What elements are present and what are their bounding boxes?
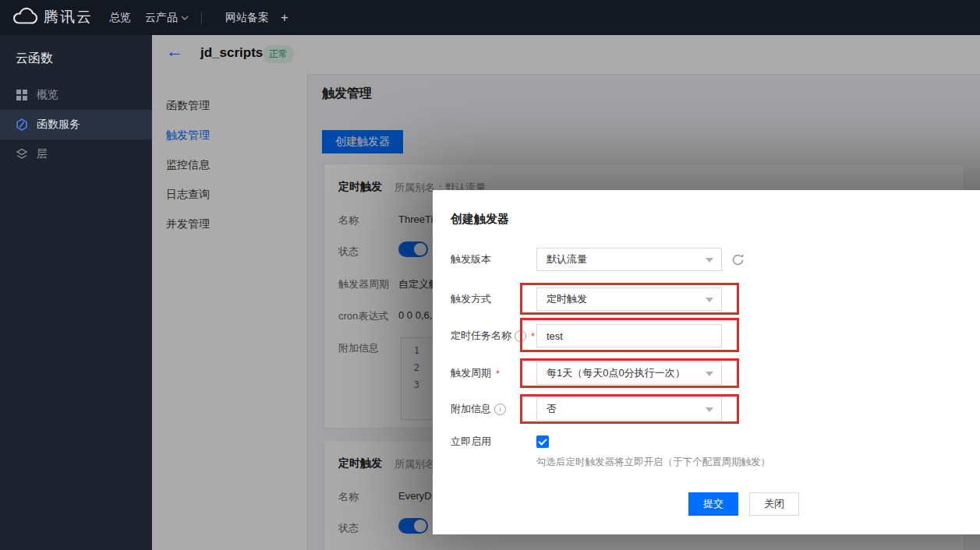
chevron-down-icon (706, 407, 713, 412)
chevron-down-icon (706, 298, 713, 302)
trigger-period-value: 每1天（每天0点0分执行一次） (547, 366, 685, 380)
function-service-icon (16, 118, 28, 131)
label-enable-now: 立即启用 (451, 430, 491, 453)
sidebar-item-overview[interactable]: 概览 (0, 80, 152, 110)
trigger-version-select[interactable]: 默认流量 (536, 248, 722, 271)
nav-item-cloud-products[interactable]: 云产品 (145, 0, 178, 35)
info-icon: i (494, 404, 506, 415)
chevron-down-icon (181, 16, 189, 20)
grid-icon (16, 89, 28, 101)
nav-item-icp-filing[interactable]: 网站备案 (225, 0, 269, 35)
extra-info-value: 否 (547, 402, 557, 416)
label-trigger-method: 触发方式 (451, 287, 491, 311)
brand-logo[interactable]: 腾讯云 (11, 7, 93, 27)
trigger-version-value: 默认流量 (547, 252, 587, 266)
close-button[interactable]: 关闭 (749, 492, 799, 516)
nav-divider (201, 12, 202, 24)
task-name-input[interactable] (536, 324, 722, 347)
sidebar-item-label: 函数服务 (37, 118, 80, 132)
label-task-name: 定时任务名称 i * (451, 324, 535, 347)
info-icon: i (515, 330, 526, 342)
refresh-icon[interactable] (731, 253, 745, 266)
sidebar-item-label: 概览 (37, 88, 58, 102)
sidebar-item-layers[interactable]: 层 (0, 139, 152, 169)
nav-item-overview[interactable]: 总览 (109, 0, 131, 35)
sidebar-item-label: 层 (37, 147, 48, 161)
app-root: 腾讯云 总览 云产品 网站备案 + 云函数 概览 函数服务 (0, 0, 980, 550)
create-trigger-modal: 创建触发器 触发版本 默认流量 触发方式 定时触发 定时任务名称 i * 触发周 (433, 190, 980, 534)
top-navbar: 腾讯云 总览 云产品 网站备案 + (0, 0, 980, 35)
label-extra-info: 附加信息 i (451, 397, 506, 421)
enable-now-help: 勾选后定时触发器将立即开启（于下个配置周期触发） (536, 456, 770, 469)
required-asterisk: * (531, 330, 535, 342)
trigger-method-select[interactable]: 定时触发 (536, 287, 722, 311)
extra-info-select[interactable]: 否 (536, 397, 722, 421)
cloud-logo-icon (11, 7, 37, 27)
required-asterisk: * (496, 368, 500, 379)
product-title: 云函数 (16, 51, 53, 67)
enable-now-checkbox[interactable] (536, 435, 549, 448)
chevron-down-icon (706, 372, 713, 376)
label-trigger-period: 触发周期 * (451, 361, 500, 385)
nav-add-tab-button[interactable]: + (281, 0, 288, 35)
chevron-down-icon (706, 258, 713, 263)
left-sidebar: 云函数 概览 函数服务 层 (0, 35, 152, 550)
sidebar-item-function-service[interactable]: 函数服务 (0, 110, 152, 139)
layers-icon (16, 148, 28, 160)
label-trigger-version: 触发版本 (451, 248, 491, 271)
modal-title: 创建触发器 (451, 212, 509, 227)
trigger-method-value: 定时触发 (547, 292, 587, 306)
brand-name: 腾讯云 (44, 7, 93, 27)
trigger-period-select[interactable]: 每1天（每天0点0分执行一次） (536, 361, 722, 385)
submit-button[interactable]: 提交 (688, 492, 738, 516)
